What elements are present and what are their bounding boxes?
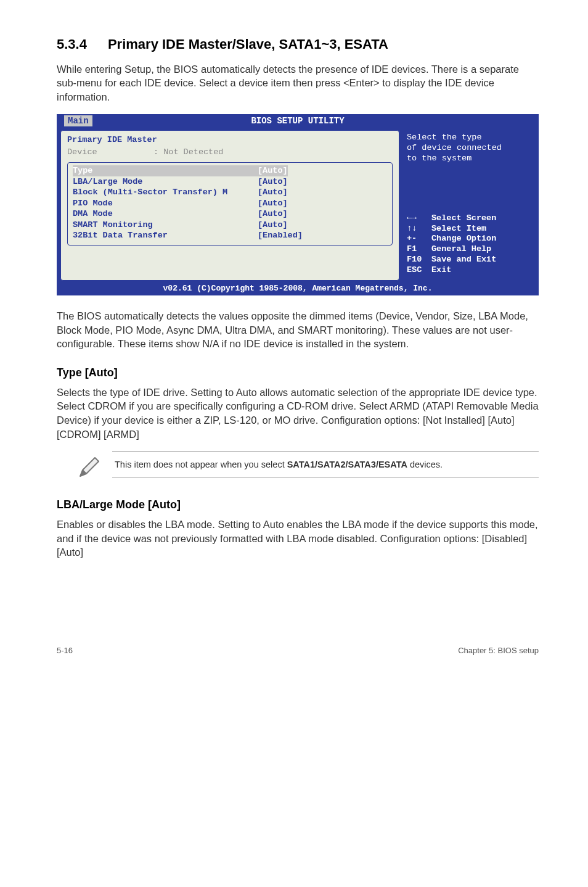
bios-right-panel: Select the type of device connected to t… xyxy=(402,128,537,283)
bios-hint-line: Select the type xyxy=(407,133,531,143)
bios-key-desc: Select Screen xyxy=(431,213,496,224)
bios-setting-value: [Auto] xyxy=(258,187,288,198)
page-footer: 5-16 Chapter 5: BIOS setup xyxy=(57,646,539,656)
bios-body: Primary IDE Master Device : Not Detected… xyxy=(57,128,539,283)
bios-setting-row: Block (Multi-Sector Transfer) M[Auto] xyxy=(73,187,387,198)
bios-setting-value: [Auto] xyxy=(258,198,288,209)
bios-key-line: ↑↓Select Item xyxy=(407,224,531,234)
note-bold: SATA1/SATA2/SATA3/ESATA xyxy=(287,460,407,469)
section-title-text: Primary IDE Master/Slave, SATA1~3, ESATA xyxy=(108,36,388,52)
bios-key-desc: Change Option xyxy=(431,234,496,244)
bios-setting-value: [Auto] xyxy=(258,220,288,231)
bios-setting-row: SMART Monitoring[Auto] xyxy=(73,220,387,231)
note-prefix: This item does not appear when you selec… xyxy=(115,460,287,469)
bios-setting-row: LBA/Large Mode[Auto] xyxy=(73,176,387,188)
bios-section-header: Primary IDE Master xyxy=(67,134,393,146)
bios-setting-row: 32Bit Data Transfer[Enabled] xyxy=(73,230,387,241)
bios-key-symbol: F1 xyxy=(407,244,431,255)
bios-key-line: F1General Help xyxy=(407,244,531,255)
bios-setting-value: [Auto] xyxy=(258,165,288,176)
bios-tab-main: Main xyxy=(64,115,92,126)
bios-settings-box: Type[Auto]LBA/Large Mode[Auto]Block (Mul… xyxy=(67,162,393,245)
type-heading: Type [Auto] xyxy=(57,366,539,380)
chapter-label: Chapter 5: BIOS setup xyxy=(458,646,539,656)
bios-key-desc: Save and Exit xyxy=(431,255,496,265)
bios-device-label: Device xyxy=(67,147,153,158)
bios-setting-value: [Enabled] xyxy=(258,230,303,241)
bios-key-line: +-Change Option xyxy=(407,234,531,244)
bios-setting-value: [Auto] xyxy=(258,208,288,220)
bios-key-desc: Select Item xyxy=(431,224,486,234)
pencil-icon xyxy=(76,452,101,484)
bios-copyright: v02.61 (C)Copyright 1985-2008, American … xyxy=(57,283,539,295)
post-bios-paragraph: The BIOS automatically detects the value… xyxy=(57,309,539,351)
bios-key-desc: Exit xyxy=(431,265,451,276)
section-number: 5.3.4 xyxy=(57,36,87,54)
bios-setting-label: DMA Mode xyxy=(73,208,258,220)
bios-key-line: ←→Select Screen xyxy=(407,213,531,224)
note-text: This item does not appear when you selec… xyxy=(112,452,539,477)
bios-setting-row: Type[Auto] xyxy=(73,165,387,176)
bios-hint: Select the type of device connected to t… xyxy=(407,133,531,164)
bios-setting-row: DMA Mode[Auto] xyxy=(73,208,387,220)
bios-setting-label: Type xyxy=(73,165,258,176)
bios-setting-label: LBA/Large Mode xyxy=(73,176,258,188)
bios-hint-line: of device connected xyxy=(407,143,531,154)
note-suffix: devices. xyxy=(407,460,443,469)
bios-key-symbol: ←→ xyxy=(407,213,431,224)
intro-paragraph: While entering Setup, the BIOS automatic… xyxy=(57,62,539,104)
bios-key-desc: General Help xyxy=(431,244,491,255)
type-body: Selects the type of IDE drive. Setting t… xyxy=(57,386,539,442)
bios-left-panel: Primary IDE Master Device : Not Detected… xyxy=(60,130,399,281)
bios-setting-row: PIO Mode[Auto] xyxy=(73,198,387,209)
bios-device-value: : Not Detected xyxy=(153,147,223,158)
bios-setting-label: PIO Mode xyxy=(73,198,258,209)
bios-key-line: ESCExit xyxy=(407,265,531,276)
bios-titlebar-text: BIOS SETUP UTILITY xyxy=(251,116,344,126)
bios-setting-label: SMART Monitoring xyxy=(73,220,258,231)
bios-key-line: F10Save and Exit xyxy=(407,255,531,265)
bios-setting-label: 32Bit Data Transfer xyxy=(73,230,258,241)
bios-device-row: Device : Not Detected xyxy=(67,147,393,158)
bios-screenshot: Main BIOS SETUP UTILITY Primary IDE Mast… xyxy=(57,114,539,295)
bios-keys-help: ←→Select Screen↑↓Select Item+-Change Opt… xyxy=(407,213,531,276)
bios-key-symbol: ↑↓ xyxy=(407,224,431,234)
note-box: This item does not appear when you selec… xyxy=(76,452,539,484)
bios-key-symbol: F10 xyxy=(407,255,431,265)
page-number: 5-16 xyxy=(57,646,73,656)
bios-setting-value: [Auto] xyxy=(258,176,288,188)
bios-key-symbol: ESC xyxy=(407,265,431,276)
bios-titlebar: Main BIOS SETUP UTILITY xyxy=(57,114,539,128)
bios-setting-label: Block (Multi-Sector Transfer) M xyxy=(73,187,258,198)
section-heading: 5.3.4Primary IDE Master/Slave, SATA1~3, … xyxy=(57,36,539,54)
bios-key-symbol: +- xyxy=(407,234,431,244)
lba-body: Enables or disables the LBA mode. Settin… xyxy=(57,518,539,559)
bios-hint-line: to the system xyxy=(407,154,531,164)
lba-heading: LBA/Large Mode [Auto] xyxy=(57,498,539,512)
